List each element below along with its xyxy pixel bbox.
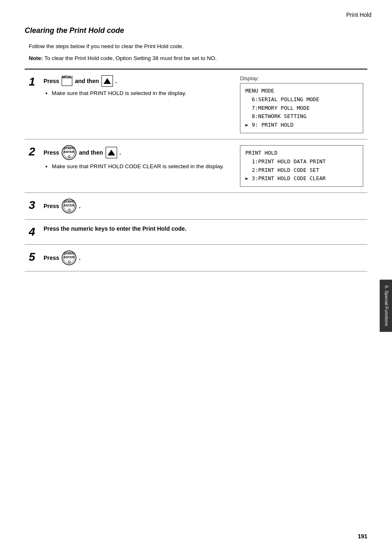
triangle-up-icon-2 — [108, 150, 115, 155]
step-5-number: 5 — [25, 245, 39, 271]
step-2-display: PRINT HOLD 1:PRINT HOLD DATA PRINT 2:PRI… — [236, 139, 367, 192]
up-arrow-box-2 — [106, 147, 117, 158]
start-text-5: START/ — [64, 252, 75, 255]
step-3-pre: Press — [44, 203, 59, 209]
step-3-instruction: Press START/ ENTER ◇ . — [44, 199, 363, 213]
display-line: 6:SERIAL POLLING MODE — [245, 95, 358, 104]
step-1-number: 1 — [25, 69, 39, 139]
step-2-pre: Press — [44, 149, 59, 156]
diamond-icon-5: ◇ — [68, 259, 71, 264]
table-row: 4 Press the numeric keys to enter the Pr… — [25, 220, 367, 245]
table-row: 3 Press START/ ENTER ◇ . — [25, 193, 367, 220]
step-4-number: 4 — [25, 220, 39, 245]
start-enter-inner: START/ ENTER ◇ — [63, 147, 75, 158]
step-2-bullets: Make sure that PRINT HOLD CODE CLEAR is … — [44, 163, 232, 169]
step-5-instruction: Press START/ ENTER ◇ . — [44, 250, 363, 265]
menu-btn-wrapper: MENU — [62, 78, 72, 86]
page-header: Print Hold — [0, 0, 392, 22]
step-3-content: Press START/ ENTER ◇ . — [39, 193, 367, 220]
step-1-instruction: Press MENU and then . — [44, 75, 232, 87]
triangle-up-icon — [104, 78, 111, 84]
display-line: 2:PRINT HOLD CODE SET — [245, 166, 358, 175]
step-1-mid: and then — [75, 78, 99, 84]
page-footer: 191 — [358, 533, 367, 540]
enter-text-5: ENTER — [64, 255, 74, 259]
note-text: Note: To clear the Print Hold code, Opti… — [25, 55, 367, 61]
menu-button-icon: MENU — [62, 78, 72, 86]
step-1-period: . — [115, 78, 117, 84]
step-5-content: Press START/ ENTER ◇ . — [39, 245, 367, 271]
intro-text: Follow the steps below if you need to cl… — [25, 43, 367, 49]
step-2-instruction: Press START/ ENTER ◇ and then . — [44, 145, 232, 160]
display-line: 7:MEMORY POLL MODE — [245, 104, 358, 113]
steps-table: 1 Press MENU and then — [25, 69, 367, 271]
display-line: PRINT HOLD — [245, 149, 358, 158]
side-tab: 6. Special Functions — [380, 280, 392, 332]
display-box-1: MENU MODE 6:SERIAL POLLING MODE 7:MEMORY… — [240, 83, 363, 133]
step-3-number: 3 — [25, 193, 39, 220]
note-body: To clear the Print Hold code, Option Set… — [44, 55, 217, 61]
display-line: MENU MODE — [245, 87, 358, 95]
main-content: Clearing the Print Hold code Follow the … — [0, 22, 392, 288]
display-box-2: PRINT HOLD 1:PRINT HOLD DATA PRINT 2:PRI… — [240, 145, 363, 187]
step-1-bullets: Make sure that PRINT HOLD is selected in… — [44, 90, 232, 96]
start-text: START/ — [64, 146, 75, 150]
start-enter-inner-3: START/ ENTER ◇ — [63, 200, 75, 212]
step-2-mid: and then — [79, 149, 103, 156]
step-1-content: Press MENU and then . — [39, 69, 236, 139]
side-tab-text: 6. Special Functions — [384, 285, 389, 326]
display-line: ► 3:PRINT HOLD CODE CLEAR — [245, 174, 358, 183]
display-line: ► 9: PRINT HOLD — [245, 121, 358, 130]
enter-text: ENTER — [64, 150, 74, 154]
section-title: Clearing the Print Hold code — [25, 26, 367, 35]
diamond-icon: ◇ — [68, 154, 71, 159]
diamond-icon-3: ◇ — [68, 208, 71, 212]
list-item: Make sure that PRINT HOLD CODE CLEAR is … — [52, 163, 232, 169]
page-number: 191 — [358, 533, 367, 540]
start-enter-button-2: START/ ENTER ◇ — [62, 145, 76, 160]
table-row: 1 Press MENU and then — [25, 69, 367, 139]
step-4-text: Press the numeric keys to enter the Prin… — [44, 225, 187, 232]
table-row: 5 Press START/ ENTER ◇ . — [25, 245, 367, 271]
step-2-content: Press START/ ENTER ◇ and then . — [39, 139, 236, 192]
table-row: 2 Press START/ ENTER ◇ and then — [25, 139, 367, 192]
start-text-3: START/ — [64, 200, 75, 204]
start-enter-inner-5: START/ ENTER ◇ — [63, 252, 75, 264]
step-2-period: . — [120, 149, 121, 156]
display-line: 1:PRINT HOLD DATA PRINT — [245, 158, 358, 166]
step-4-content: Press the numeric keys to enter the Prin… — [39, 220, 367, 245]
menu-label-top: MENU — [62, 74, 73, 80]
step-2-number: 2 — [25, 139, 39, 192]
note-label: Note: — [29, 55, 43, 61]
step-4-instruction: Press the numeric keys to enter the Prin… — [44, 225, 363, 232]
start-enter-button-5: START/ ENTER ◇ — [62, 250, 76, 265]
up-arrow-box — [101, 75, 113, 87]
step-5-pre: Press — [44, 255, 59, 261]
step-1-display: Display: MENU MODE 6:SERIAL POLLING MODE… — [236, 69, 367, 139]
step-1-pre: Press — [44, 78, 59, 84]
display-label: Display: — [240, 75, 363, 81]
step-5-period: . — [79, 255, 81, 261]
display-line: 8:NETWORK SETTING — [245, 112, 358, 121]
enter-text-3: ENTER — [64, 204, 74, 207]
step-3-period: . — [79, 203, 81, 209]
header-title: Print Hold — [346, 12, 371, 18]
start-enter-button-3: START/ ENTER ◇ — [62, 199, 76, 213]
list-item: Make sure that PRINT HOLD is selected in… — [52, 90, 232, 96]
